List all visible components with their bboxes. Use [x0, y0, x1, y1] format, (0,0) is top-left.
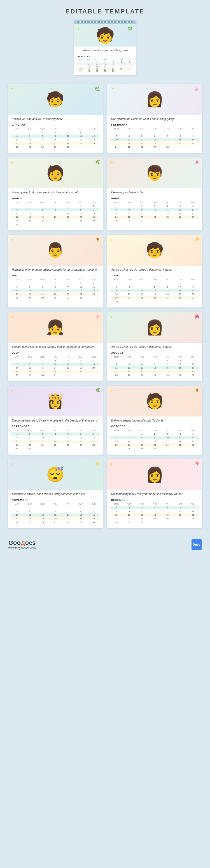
footer-left: GooДocs www.thegoodocs.com	[8, 539, 36, 550]
cal-row: 12345	[11, 131, 100, 134]
cal-row: 24252627282930	[11, 219, 100, 222]
cal-row: 6789101112	[110, 436, 199, 439]
char-september: 👸	[46, 392, 64, 409]
quote-october: It always seems impossible until it's do…	[107, 416, 202, 424]
cal-row: 12	[11, 506, 100, 509]
footer-logo: GooДocs	[8, 539, 36, 547]
month-label-september: SEPTEMBER	[8, 424, 103, 428]
card-november: ✦ 😴 ⭐ Your time is limited, don't waste …	[8, 459, 103, 528]
main-cal-row-1: 12345	[76, 61, 134, 63]
quote-august: Act as if what you do makes a difference…	[107, 343, 202, 350]
cal-row: 1234	[11, 282, 100, 285]
cal-september: MONTUEWEDTHUFRISATSUN 1234567 8910111213…	[8, 428, 103, 452]
char-march: 🧑	[46, 164, 64, 182]
cal-row: 21222324252627	[11, 370, 100, 373]
cal-april: MONTUEWEDTHUFRISATSUN 123456 78910111213…	[107, 200, 202, 224]
cal-row: 15161718192021	[110, 514, 199, 517]
card-july: ✦ 👧 🌸 You are never too old to set anoth…	[8, 312, 103, 381]
month-label-january: JANUARY	[8, 122, 103, 127]
cal-row: 2345678	[110, 285, 199, 288]
cal-row: 13141516171819	[110, 440, 199, 443]
cal-row: 17181920212223	[11, 517, 100, 520]
cal-row: 2728293031	[11, 146, 100, 149]
cal-row: 282930	[110, 219, 199, 222]
illus-september: ✦ 👸 🌿	[8, 386, 103, 416]
illus-july: ✦ 👧 🌸	[8, 312, 103, 343]
main-mini-calendar: MON TUE WED THU FRI SAT SUN 12345 678910…	[74, 58, 136, 75]
cal-row: 123456	[11, 359, 100, 362]
cal-row: 1234567	[11, 432, 100, 436]
quote-may: Hardships often prepare ordinary people …	[8, 266, 103, 273]
cal-row: 293031	[110, 521, 199, 524]
illus-june: ✦ 🧒 ☀️	[107, 235, 202, 266]
cal-row: 22232425262728	[11, 443, 100, 446]
quote-september: The future belongs to those who believe …	[8, 416, 103, 424]
quote-january: Believe you can and you're halfway there…	[8, 115, 103, 122]
illus-april: ✦ 👦 🌸	[107, 157, 202, 188]
cal-row: 14151617181920	[11, 366, 100, 369]
cal-row: 12	[110, 131, 199, 134]
month-label-february: FEBRUARY	[107, 122, 202, 127]
char-january: 🧒	[46, 91, 64, 108]
cal-row: 123456	[110, 205, 199, 208]
cal-row: 16171819202122	[110, 292, 199, 296]
cal-row: 3456789	[110, 134, 199, 137]
cal-row: 3456789	[11, 208, 100, 211]
cal-july: MONTUEWEDTHUFRISATSUN 123456 78910111213…	[8, 355, 103, 378]
card-january: ✦ 🧒 🌿 Believe you can and you're halfway…	[8, 84, 103, 153]
cal-august: MONTUEWEDTHUFRISATSUN 123 45678910 11121…	[107, 355, 202, 378]
main-cal-header: MON TUE WED THU FRI SAT SUN	[76, 59, 134, 61]
char-august: 👩	[146, 319, 164, 336]
char-july: 👧	[46, 319, 64, 336]
page-title: EDITABLE TEMPLATE	[0, 0, 210, 20]
cal-row: 30	[110, 300, 199, 303]
cal-row: 17181920212223	[11, 216, 100, 219]
month-label-july: JULY	[8, 350, 103, 355]
card-october: ✦ 🧑 🌻 It always seems impossible until i…	[107, 386, 202, 455]
cal-row: 12131415161718	[11, 289, 100, 292]
quote-november: Your time is limited, don't waste it liv…	[8, 490, 103, 497]
cal-january: MONTUEWEDTHUFRISATSUN 12345 6789101112 1…	[8, 127, 103, 150]
illus-march: ✦ 🧑 🌿	[8, 157, 103, 188]
cal-row: 10111213141516	[11, 212, 100, 215]
cal-row: 10111213141516	[110, 138, 199, 141]
quote-april: Dream big and dare to fail!	[107, 188, 202, 196]
months-grid: ✦ 🧒 🌿 Believe you can and you're halfway…	[0, 84, 210, 528]
month-label-may: MAY	[8, 273, 103, 277]
illus-october: ✦ 🧑 🌻	[107, 386, 202, 416]
cal-row: 123	[110, 359, 199, 362]
quote-june: Act as if what you do makes a difference…	[107, 266, 202, 273]
month-label-october: OCTOBER	[107, 424, 202, 428]
cal-row: 12	[11, 205, 100, 208]
month-label-december: DECEMBER	[107, 497, 202, 502]
char-april: 👦	[146, 164, 164, 182]
cal-row: 28293031	[11, 374, 100, 377]
char-october: 🧑	[146, 392, 164, 409]
card-august: ✦ 👩 🌺 Act as if what you do makes a diff…	[107, 312, 202, 381]
cal-row: 11121314151617	[110, 366, 199, 369]
card-may: ✦ 👨 🌻 Hardships often prepare ordinary p…	[8, 235, 103, 308]
card-february: ✦ 👩 🌸 Don't watch the clock; do what it …	[107, 84, 202, 153]
main-cal-row-3: 13141516171819	[76, 66, 134, 67]
char-december: 👩	[146, 466, 164, 483]
cal-december: MONTUEWEDTHUFRISATSUN 1234567 8910111213…	[107, 502, 202, 526]
main-illustration: ✦ 🧒 🌿	[74, 24, 136, 46]
month-label-august: AUGUST	[107, 350, 202, 355]
main-month-label: JANUARY	[74, 54, 136, 58]
main-cal-row-2: 6789101112	[76, 63, 134, 65]
month-label-april: APRIL	[107, 196, 202, 200]
cal-row: 10111213141516	[11, 514, 100, 517]
cal-february: MONTUEWEDTHUFRISATSUN 12 3456789 1011121…	[107, 127, 202, 150]
cal-row: 21222324252627	[110, 216, 199, 219]
card-march: ✦ 🧑 🌿 The only way to do great work is t…	[8, 157, 103, 230]
char-may: 👨	[46, 242, 64, 259]
cal-row: 14151617181920	[110, 212, 199, 215]
cal-row: 13141516171819	[11, 138, 100, 141]
char-june: 🧒	[146, 242, 164, 259]
quote-march: The only way to do great work is to love…	[8, 188, 103, 196]
cal-row: 2425262728	[110, 146, 199, 149]
cal-row: 18192021222324	[110, 370, 199, 373]
docs-icon: Docs	[191, 539, 202, 550]
cal-row: 6789101112	[11, 134, 100, 137]
cal-row: 17181920212223	[110, 142, 199, 145]
